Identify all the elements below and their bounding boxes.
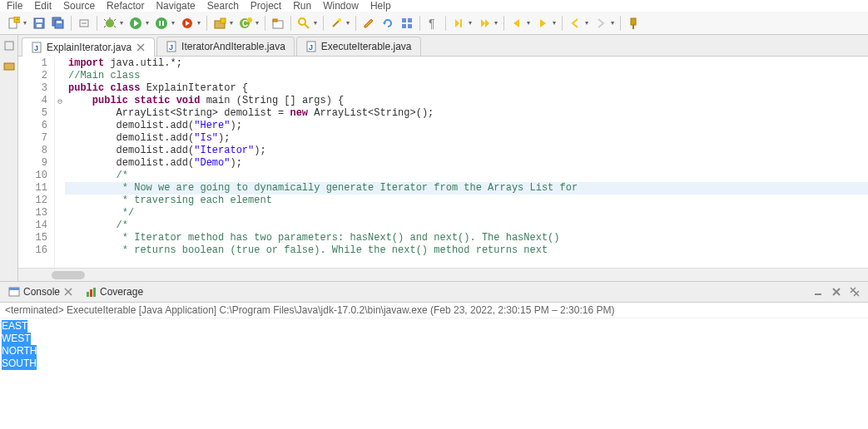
dropdown-icon[interactable]: ▾ [345, 15, 351, 32]
separator [620, 16, 621, 31]
svg-marker-38 [481, 19, 485, 27]
scroll-thumb[interactable] [52, 271, 85, 279]
editor-tab[interactable]: JExecuteIterable.java [296, 37, 421, 56]
remove-icon[interactable] [828, 284, 845, 300]
pencil-icon[interactable] [360, 15, 377, 32]
coverage-tab-label: Coverage [100, 286, 143, 298]
package-explorer-icon[interactable] [2, 58, 17, 73]
svg-point-28 [338, 18, 341, 22]
tab-label: IteratorAndIterable.java [181, 41, 285, 52]
menu-help[interactable]: Help [370, 0, 391, 12]
dropdown-icon[interactable]: ▾ [254, 15, 260, 32]
switch-icon[interactable] [76, 15, 92, 32]
main-area: JExplainIterator.javaJIteratorAndIterabl… [0, 35, 868, 281]
menu-navigate[interactable]: Navigate [156, 0, 195, 12]
svg-rect-34 [408, 24, 412, 28]
step-icon[interactable] [450, 15, 467, 32]
horizontal-scrollbar[interactable] [18, 268, 868, 281]
close-icon[interactable] [136, 42, 146, 52]
new-icon[interactable]: + [5, 15, 22, 32]
svg-text:¶: ¶ [429, 17, 435, 30]
svg-marker-29 [365, 19, 373, 27]
menu-run[interactable]: Run [293, 0, 311, 12]
fold-column[interactable]: ⊖ [55, 57, 65, 268]
svg-point-13 [156, 17, 167, 29]
pilcrow-icon[interactable]: ¶ [424, 15, 441, 32]
svg-rect-33 [402, 24, 406, 28]
new-class-icon[interactable]: C [237, 15, 254, 32]
close-icon[interactable] [63, 287, 73, 297]
dropdown-icon[interactable]: ▾ [312, 15, 319, 32]
organize-icon[interactable] [399, 15, 415, 32]
menu-source[interactable]: Source [63, 0, 95, 12]
pin-icon[interactable] [625, 15, 642, 32]
ext-tools-icon[interactable] [179, 15, 196, 32]
svg-rect-14 [159, 21, 161, 26]
svg-rect-58 [87, 292, 89, 297]
svg-marker-41 [540, 19, 546, 27]
dropdown-icon[interactable]: ▾ [583, 15, 590, 32]
wand-icon[interactable] [328, 15, 345, 32]
dropdown-icon[interactable]: ▾ [118, 15, 125, 32]
dropdown-icon[interactable]: ▾ [525, 15, 532, 32]
menu-edit[interactable]: Edit [34, 0, 52, 12]
svg-rect-61 [815, 293, 821, 295]
new-package-icon[interactable] [211, 15, 228, 32]
dropdown-icon[interactable]: ▾ [551, 15, 558, 32]
console-output[interactable]: EASTWESTNORTHSOUTH [0, 318, 868, 385]
dropdown-icon[interactable]: ▾ [196, 15, 202, 32]
menu-search[interactable]: Search [207, 0, 239, 12]
svg-rect-19 [221, 18, 226, 23]
coverage-tab[interactable]: Coverage [82, 284, 146, 299]
open-type-icon[interactable] [270, 15, 286, 32]
process-info: <terminated> ExecuteIterable [Java Appli… [0, 303, 868, 318]
step2-icon[interactable] [476, 15, 493, 32]
search-icon[interactable] [295, 15, 312, 32]
console-line: NORTH [2, 345, 37, 358]
restore-icon[interactable] [2, 38, 17, 53]
coverage-run-icon[interactable] [153, 15, 170, 32]
svg-rect-4 [36, 19, 42, 22]
editor-tab[interactable]: JExplainIterator.java [22, 37, 155, 57]
nav-forward-icon[interactable] [593, 15, 609, 32]
dropdown-icon[interactable]: ▾ [144, 15, 151, 32]
dropdown-icon[interactable]: ▾ [170, 15, 176, 32]
dropdown-icon[interactable]: ▾ [228, 15, 235, 32]
svg-marker-40 [513, 19, 519, 27]
nav-back-icon[interactable] [567, 15, 583, 32]
remove-all-icon[interactable] [846, 284, 863, 300]
back-icon[interactable] [508, 15, 525, 32]
minimize-icon[interactable] [810, 284, 826, 300]
console-tab-label: Console [23, 286, 60, 298]
menu-refactor[interactable]: Refactor [107, 0, 144, 12]
svg-rect-24 [273, 19, 277, 22]
console-tab[interactable]: Console [5, 284, 77, 299]
menu-project[interactable]: Project [250, 0, 281, 12]
menu-file[interactable]: File [7, 0, 22, 12]
save-icon[interactable] [31, 15, 47, 32]
menu-window[interactable]: Window [323, 0, 359, 12]
dropdown-icon[interactable]: ▾ [609, 15, 616, 32]
code-text[interactable]: import java.util.*;//Main classpublic cl… [65, 57, 868, 268]
dropdown-icon[interactable]: ▾ [22, 15, 28, 32]
code-area[interactable]: 12345678910111213141516 ⊖ import java.ut… [18, 57, 868, 268]
tab-label: ExplainIterator.java [47, 42, 131, 53]
svg-marker-36 [455, 19, 459, 27]
save-all-icon[interactable] [50, 15, 67, 32]
forward-icon[interactable] [534, 15, 551, 32]
separator [445, 16, 446, 31]
svg-rect-60 [93, 288, 96, 297]
svg-rect-31 [402, 18, 406, 22]
dropdown-icon[interactable]: ▾ [467, 15, 474, 32]
line-number-gutter: 12345678910111213141516 [18, 57, 55, 268]
svg-text:J: J [309, 43, 313, 52]
menu-bar: File Edit Source Refactor Navigate Searc… [0, 0, 868, 12]
refresh-icon[interactable] [379, 15, 396, 32]
svg-rect-5 [37, 24, 42, 27]
svg-text:+: + [16, 17, 19, 22]
dropdown-icon[interactable]: ▾ [493, 15, 499, 32]
debug-icon[interactable] [102, 15, 118, 32]
java-file-icon: J [305, 41, 317, 52]
editor-tab[interactable]: JIteratorAndIterable.java [156, 37, 295, 56]
run-icon[interactable] [127, 15, 144, 32]
